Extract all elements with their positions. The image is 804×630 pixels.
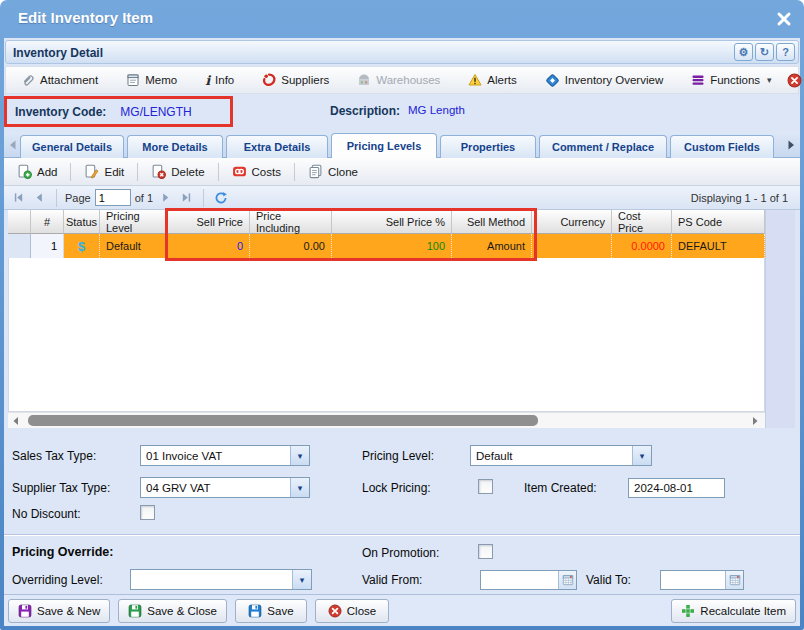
title-bar[interactable]: Edit Inventory Item <box>0 0 804 38</box>
next-page-icon[interactable] <box>157 189 174 206</box>
row-selector-cell[interactable] <box>8 234 31 258</box>
settings-gear-button[interactable]: ⚙ <box>734 43 753 61</box>
tab-comment-replace[interactable]: Comment / Replace <box>539 135 667 158</box>
grid-header-sell-price-pct[interactable]: Sell Price % <box>332 210 452 234</box>
prev-page-icon[interactable] <box>31 189 48 206</box>
row-price-including-cell[interactable]: 0.00 <box>250 234 332 258</box>
grid-refresh-icon[interactable] <box>212 189 229 206</box>
costs-icon <box>232 164 247 179</box>
tab-more-details[interactable]: More Details <box>127 135 223 158</box>
attachment-button[interactable]: Attachment <box>16 71 103 89</box>
dialog-close-icon[interactable] <box>776 11 792 27</box>
grid-header-cost-price[interactable]: Cost Price <box>612 210 672 234</box>
grid-header-sell-price[interactable]: Sell Price <box>168 210 250 234</box>
tab-scroll-right-icon[interactable] <box>785 139 797 151</box>
supplier-tax-type-label: Supplier Tax Type: <box>12 481 110 495</box>
no-discount-checkbox[interactable] <box>140 505 155 520</box>
attachment-label: Attachment <box>40 74 98 86</box>
memo-button[interactable]: Memo <box>121 71 182 89</box>
overriding-level-select[interactable]: ▾ <box>130 569 312 590</box>
on-promotion-checkbox[interactable] <box>478 544 493 559</box>
info-icon: i <box>205 73 210 88</box>
row-sell-price-pct-cell[interactable]: 100 <box>332 234 452 258</box>
chevron-down-icon[interactable]: ▾ <box>290 446 309 465</box>
row-pricing-level-cell[interactable]: Default <box>100 234 168 258</box>
toolbar-close-button[interactable]: Close <box>782 71 804 90</box>
info-label: Info <box>215 74 234 86</box>
grid-header-currency[interactable]: Currency <box>532 210 612 234</box>
row-sell-price-cell[interactable]: 0 <box>168 234 250 258</box>
grid-header-status[interactable]: Status <box>64 210 100 234</box>
edit-button[interactable]: Edit <box>79 162 129 181</box>
grid-header-num[interactable]: # <box>31 210 64 234</box>
row-sell-method-cell[interactable]: Amount <box>452 234 532 258</box>
inventory-overview-button[interactable]: Inventory Overview <box>540 71 668 90</box>
dollar-status-icon: $ <box>78 239 85 254</box>
save-and-close-button[interactable]: Save & Close <box>118 599 227 623</box>
tab-custom-fields[interactable]: Custom Fields <box>670 135 774 158</box>
tab-properties[interactable]: Properties <box>440 135 536 158</box>
pricing-level-select[interactable]: Default ▾ <box>470 445 652 466</box>
grid-header-price-including[interactable]: Price Including <box>250 210 332 234</box>
grid-header-pricing-level[interactable]: Pricing Level <box>100 210 168 234</box>
item-created-input[interactable] <box>628 478 725 498</box>
first-page-icon[interactable] <box>10 189 27 206</box>
page-label: Page <box>65 192 91 204</box>
save-close-floppy-icon <box>128 604 142 618</box>
clone-icon <box>308 164 323 179</box>
delete-button[interactable]: Delete <box>146 162 209 181</box>
horizontal-scrollbar[interactable] <box>8 412 765 428</box>
row-ps-code-cell[interactable]: DEFAULT <box>672 234 765 258</box>
vertical-scrollbar[interactable] <box>765 210 795 428</box>
tab-pricing-levels[interactable]: Pricing Levels <box>331 133 437 158</box>
functions-menu-button[interactable]: Functions ▾ <box>686 71 776 89</box>
displaying-status: Displaying 1 - 1 of 1 <box>691 192 794 204</box>
recalculate-item-button[interactable]: Recalculate Item <box>671 599 796 623</box>
info-button[interactable]: i Info <box>200 71 239 90</box>
save-floppy-icon <box>248 604 262 618</box>
add-button[interactable]: Add <box>12 162 62 181</box>
scroll-left-icon[interactable] <box>11 416 23 426</box>
costs-button[interactable]: Costs <box>227 162 286 181</box>
tab-extra-details[interactable]: Extra Details <box>226 135 328 158</box>
clone-button[interactable]: Clone <box>303 162 363 181</box>
panel-refresh-button[interactable]: ↻ <box>755 43 774 61</box>
grid-header-ps-code[interactable]: PS Code <box>672 210 765 234</box>
save-and-new-button[interactable]: Save & New <box>8 599 110 623</box>
tab-general-details[interactable]: General Details <box>20 135 124 158</box>
row-num-cell[interactable]: 1 <box>31 234 64 258</box>
row-currency-cell[interactable] <box>532 234 612 258</box>
chevron-down-icon[interactable]: ▾ <box>632 446 651 465</box>
supplier-tax-type-select[interactable]: 04 GRV VAT ▾ <box>140 477 310 498</box>
lock-pricing-checkbox[interactable] <box>478 479 493 494</box>
sales-tax-type-select[interactable]: 01 Invoice VAT ▾ <box>140 445 310 466</box>
horizontal-scroll-thumb[interactable] <box>28 415 538 426</box>
calendar-icon[interactable] <box>725 571 743 589</box>
chevron-down-icon[interactable]: ▾ <box>292 570 311 589</box>
chevron-down-icon[interactable]: ▾ <box>290 478 309 497</box>
suppliers-button[interactable]: Suppliers <box>257 71 334 89</box>
footer-close-button[interactable]: Close <box>315 599 389 623</box>
description-value: MG Length <box>408 104 465 116</box>
row-cost-price-cell[interactable]: 0.0000 <box>612 234 672 258</box>
valid-from-input[interactable] <box>480 570 577 590</box>
save-button[interactable]: Save <box>235 599 307 623</box>
last-page-icon[interactable] <box>178 189 195 206</box>
lock-pricing-label: Lock Pricing: <box>362 481 431 495</box>
grid-header-sell-method[interactable]: Sell Method <box>452 210 532 234</box>
help-button[interactable]: ? <box>776 43 795 61</box>
footer-bar: Save & New Save & Close Save Close Recal… <box>4 594 800 626</box>
row-status-cell[interactable]: $ <box>64 234 100 258</box>
scroll-right-icon[interactable] <box>750 416 762 426</box>
section-divider <box>4 534 800 536</box>
chevron-down-icon: ▾ <box>767 75 772 85</box>
close-circle-icon <box>787 73 802 88</box>
valid-to-input[interactable] <box>660 570 744 590</box>
alerts-button[interactable]: Alerts <box>463 71 521 89</box>
calendar-icon[interactable] <box>558 571 576 589</box>
close-circle-icon <box>328 604 342 618</box>
page-number-input[interactable] <box>95 189 131 206</box>
warehouses-button[interactable]: Warehouses <box>352 71 445 89</box>
tab-scroll-left-icon[interactable] <box>7 139 19 151</box>
warehouses-label: Warehouses <box>376 74 440 86</box>
